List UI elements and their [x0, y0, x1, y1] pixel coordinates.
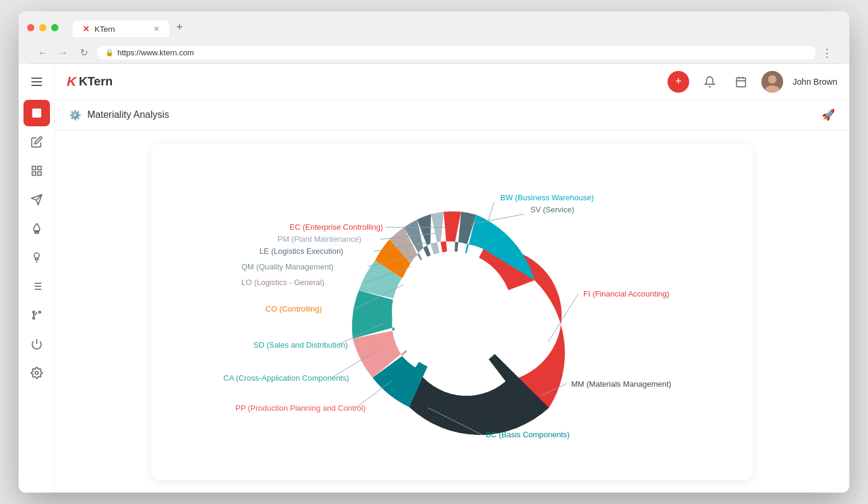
user-name: John Brown — [793, 77, 837, 87]
sidebar-item-bulb[interactable] — [23, 244, 50, 271]
page-title: Materiality Analysis — [87, 109, 169, 120]
logo-text: KTern — [79, 75, 113, 88]
sidebar-hamburger[interactable] — [26, 71, 48, 93]
sidebar-item-active[interactable] — [23, 100, 50, 126]
svg-point-16 — [33, 311, 34, 313]
label-pp: PP (Production Planning and Control) — [235, 404, 366, 413]
browser-tab[interactable]: ✕ KTern ✕ — [73, 20, 169, 37]
address-bar: ← → ↻ 🔒 https://www.ktern.com ⋮ — [27, 42, 841, 64]
label-qm: QM (Quality Management) — [241, 262, 333, 271]
notification-button[interactable] — [699, 71, 721, 93]
minimize-button[interactable] — [39, 24, 46, 31]
logo-k: K — [67, 74, 76, 90]
tab-favicon: ✕ — [82, 24, 90, 34]
bulb-icon — [31, 251, 43, 263]
top-nav: K KTern + — [55, 64, 849, 100]
label-ec: EC (Enterprise Controlling) — [290, 223, 383, 232]
label-pm: PM (Plant Maintenance) — [277, 235, 361, 244]
browser-controls: ✕ KTern ✕ + — [27, 17, 841, 37]
bell-icon — [704, 76, 716, 88]
send-icon — [31, 194, 43, 206]
svg-rect-0 — [32, 109, 41, 118]
rocket-icon[interactable]: 🚀 — [822, 108, 835, 121]
sidebar-item-edit[interactable] — [23, 129, 50, 155]
browser-more-button[interactable]: ⋮ — [822, 46, 832, 60]
svg-point-14 — [33, 317, 34, 319]
app-layout: K KTern + — [19, 64, 849, 493]
svg-point-27 — [392, 251, 512, 372]
chart-card: BW (Business Warehouse) SV (Service) EC … — [151, 143, 753, 480]
tab-bar: ✕ KTern ✕ + — [73, 17, 190, 37]
browser-chrome: ✕ KTern ✕ + ← → ↻ 🔒 https://www.ktern.co… — [19, 11, 849, 64]
label-ca: CA (Cross-Application Components) — [223, 373, 349, 383]
svg-point-25 — [768, 75, 777, 84]
svg-point-7 — [34, 253, 39, 258]
lock-icon: 🔒 — [105, 49, 114, 57]
refresh-button[interactable]: ↻ — [76, 47, 91, 58]
add-button[interactable]: + — [668, 71, 689, 93]
avatar[interactable] — [761, 71, 783, 93]
page-settings-icon: ⚙️ — [69, 109, 81, 121]
right-panel: K KTern + — [55, 64, 849, 493]
fire-icon — [31, 223, 43, 235]
label-sd: SD (Sales and Distribution) — [253, 340, 348, 349]
donut-chart-svg: BW (Business Warehouse) SV (Service) EC … — [205, 167, 699, 456]
label-co: CO (Controlling) — [265, 304, 322, 313]
label-lo: LO (Logistics - General) — [241, 278, 324, 287]
settings-icon — [31, 367, 43, 379]
label-bc: BC (Basis Components) — [486, 430, 569, 439]
sidebar-item-power[interactable] — [23, 331, 50, 357]
svg-rect-3 — [32, 172, 36, 176]
tab-close-button[interactable]: ✕ — [153, 25, 160, 33]
avatar-image — [761, 71, 783, 93]
calendar-icon — [735, 76, 747, 88]
logo: K KTern — [67, 74, 113, 90]
maximize-button[interactable] — [51, 24, 58, 31]
page-header: ⚙️ Materiality Analysis 🚀 — [55, 100, 849, 131]
label-bw: BW (Business Warehouse) — [500, 193, 594, 202]
sidebar-item-send[interactable] — [23, 186, 50, 213]
sidebar-item-branch[interactable] — [23, 302, 50, 328]
back-button[interactable]: ← — [36, 48, 50, 58]
svg-point-15 — [39, 311, 40, 313]
sidebar-item-fire[interactable] — [23, 215, 50, 242]
power-icon — [31, 338, 43, 350]
sidebar — [19, 64, 55, 493]
label-mm: MM (Materials Management) — [571, 380, 671, 389]
browser-window: ✕ KTern ✕ + ← → ↻ 🔒 https://www.ktern.co… — [19, 11, 849, 493]
active-icon — [31, 107, 43, 119]
list-icon — [31, 280, 43, 292]
content-area: BW (Business Warehouse) SV (Service) EC … — [55, 131, 849, 493]
svg-rect-1 — [32, 167, 36, 170]
sidebar-item-grid[interactable] — [23, 158, 50, 184]
new-tab-button[interactable]: + — [169, 17, 190, 37]
grid-icon — [31, 165, 43, 177]
hamburger-line — [31, 85, 42, 86]
label-fi: FI (Financial Accounting) — [583, 289, 669, 298]
url-input[interactable]: 🔒 https://www.ktern.com — [97, 46, 816, 60]
close-button[interactable] — [27, 24, 34, 31]
avatar-svg — [761, 71, 783, 93]
tab-title: KTern — [95, 25, 115, 34]
label-le: LE (Logistics Execution) — [259, 247, 343, 256]
sidebar-item-settings[interactable] — [23, 360, 50, 386]
sidebar-item-list[interactable] — [23, 273, 50, 300]
branch-icon — [31, 309, 43, 321]
svg-rect-4 — [37, 172, 41, 176]
label-sv: SV (Service) — [530, 205, 574, 214]
svg-rect-20 — [737, 78, 746, 87]
hamburger-line — [31, 81, 42, 82]
svg-line-28 — [488, 202, 494, 221]
svg-rect-2 — [37, 167, 41, 170]
svg-point-19 — [35, 372, 38, 375]
add-icon: + — [675, 75, 682, 88]
edit-icon — [31, 136, 43, 148]
calendar-button[interactable] — [730, 71, 752, 93]
hamburger-line — [31, 78, 42, 79]
forward-button[interactable]: → — [56, 48, 70, 58]
url-text: https://www.ktern.com — [117, 48, 194, 57]
